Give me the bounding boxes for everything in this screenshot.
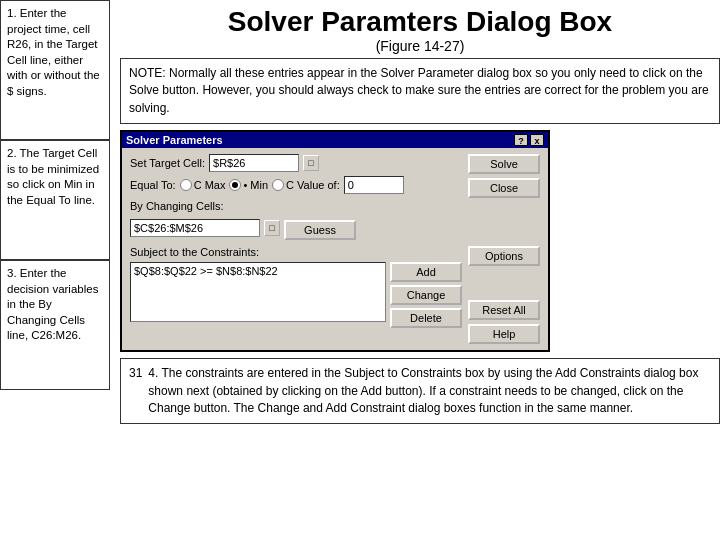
dialog-close-button[interactable]: x (530, 134, 544, 146)
by-changing-row: □ Guess (130, 216, 462, 240)
change-button[interactable]: Change (390, 285, 462, 305)
note-box: NOTE: Normally all these entries appear … (120, 58, 720, 124)
right-content: Solver Paramters Dialog Box (Figure 14-2… (110, 0, 720, 540)
value-of-input[interactable] (344, 176, 404, 194)
by-changing-input[interactable] (130, 219, 260, 237)
sidebar-note-1-text: 1. Enter the project time, cell R26, in … (7, 7, 100, 97)
dialog-titlebar: Solver Parameters ? x (122, 132, 548, 148)
dialog-right-panel: Solve Close Options Reset All Help (468, 154, 540, 344)
bottom-note: 31 4. The constraints are entered in the… (120, 358, 720, 424)
guess-button[interactable]: Guess (284, 220, 356, 240)
equal-to-row: Equal To: C Max • Min C Va (130, 176, 462, 194)
add-button[interactable]: Add (390, 262, 462, 282)
dialog-titlebar-buttons: ? x (514, 134, 544, 146)
bottom-note-text: 4. The constraints are entered in the Su… (148, 365, 711, 417)
dialog-area: Solver Parameters ? x Set Target Cell: □ (120, 130, 720, 352)
note-box-text: NOTE: Normally all these entries appear … (129, 66, 709, 115)
by-changing-expand-button[interactable]: □ (264, 220, 280, 236)
constraints-box[interactable]: $Q$8:$Q$22 >= $N$8:$N$22 (130, 262, 386, 322)
target-cell-row: Set Target Cell: □ (130, 154, 462, 172)
dialog-help-button[interactable]: ? (514, 134, 528, 146)
min-radio-label: • Min (243, 179, 268, 191)
max-radio-circle[interactable] (180, 179, 192, 191)
options-button[interactable]: Options (468, 246, 540, 266)
reset-all-button[interactable]: Reset All (468, 300, 540, 320)
equal-to-label: Equal To: (130, 179, 176, 191)
page-subtitle: (Figure 14-27) (120, 38, 720, 54)
dialog-body: Set Target Cell: □ Equal To: C Max (122, 148, 548, 350)
solve-button[interactable]: Solve (468, 154, 540, 174)
close-dialog-button[interactable]: Close (468, 178, 540, 198)
min-radio[interactable]: • Min (229, 179, 268, 191)
target-cell-expand-button[interactable]: □ (303, 155, 319, 171)
target-cell-label: Set Target Cell: (130, 157, 205, 169)
delete-button[interactable]: Delete (390, 308, 462, 328)
bottom-page-number: 31 (129, 365, 142, 382)
target-cell-input[interactable] (209, 154, 299, 172)
help-button[interactable]: Help (468, 324, 540, 344)
sidebar-note-3: 3. Enter the decision variables in the B… (0, 260, 110, 390)
title-area: Solver Paramters Dialog Box (Figure 14-2… (120, 0, 720, 58)
min-radio-circle[interactable] (229, 179, 241, 191)
dialog-left-panel: Set Target Cell: □ Equal To: C Max (130, 154, 462, 344)
left-sidebar: 1. Enter the project time, cell R26, in … (0, 0, 110, 540)
sidebar-note-1: 1. Enter the project time, cell R26, in … (0, 0, 110, 140)
constraint-value-text: $Q$8:$Q$22 >= $N$8:$N$22 (134, 265, 278, 277)
value-of-radio-circle[interactable] (272, 179, 284, 191)
by-changing-label: By Changing Cells: (130, 200, 462, 212)
value-of-radio-label: C Value of: (286, 179, 340, 191)
sidebar-note-3-text: 3. Enter the decision variables in the B… (7, 267, 98, 341)
max-radio[interactable]: C Max (180, 179, 226, 191)
sidebar-note-2: 2. The Target Cell is to be minimized so… (0, 140, 110, 260)
page-title: Solver Paramters Dialog Box (120, 6, 720, 38)
value-of-radio[interactable]: C Value of: (272, 179, 340, 191)
max-radio-label: C Max (194, 179, 226, 191)
main-container: 1. Enter the project time, cell R26, in … (0, 0, 720, 540)
dialog-title-text: Solver Parameters (126, 134, 223, 146)
solver-dialog: Solver Parameters ? x Set Target Cell: □ (120, 130, 550, 352)
subject-label: Subject to the Constraints: (130, 246, 462, 258)
sidebar-note-2-text: 2. The Target Cell is to be minimized so… (7, 147, 99, 206)
